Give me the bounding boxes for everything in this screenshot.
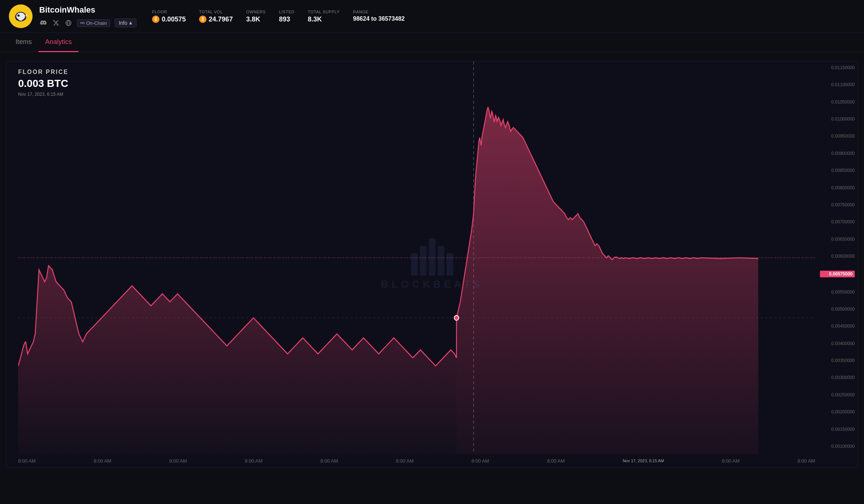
y-label-15: 0.00450000	[820, 324, 855, 329]
y-label-11: 0.00650000	[820, 237, 855, 242]
stats-section: FLOOR ₿ 0.00575 TOTAL VOL ₿ 24.7967 OWNE…	[152, 10, 405, 23]
x-label-9: 8:00 AM	[722, 458, 740, 464]
chart-svg-area	[18, 61, 815, 454]
listed-value: 893	[279, 16, 295, 23]
y-label-current: 0.00575000	[820, 271, 855, 277]
discord-icon[interactable]	[39, 19, 47, 27]
total-supply-label: TOTAL SUPPLY	[308, 10, 340, 14]
info-button[interactable]: Info	[115, 18, 137, 27]
stat-owners: OWNERS 3.8K	[246, 10, 266, 23]
floor-number: 0.00575	[162, 16, 186, 23]
y-label-7: 0.00850000	[820, 168, 855, 173]
x-label-cursor: Nov 17, 2023, 6:15 AM	[623, 459, 664, 463]
listed-label: LISTED	[279, 10, 295, 14]
x-label-4: 8:00 AM	[245, 458, 263, 464]
y-label-12: 0.00600000	[820, 254, 855, 259]
y-axis: 0.01150000 0.01100000 0.01050000 0.01000…	[817, 61, 858, 453]
chart-current-value: 0.003 BTC	[18, 78, 68, 89]
y-label-16: 0.00400000	[820, 341, 855, 346]
svg-point-0	[17, 14, 20, 17]
chart-header: FLOOR PRICE 0.003 BTC Nov 17, 2023, 6:15…	[18, 69, 68, 97]
nav-tabs: Items Analytics	[0, 33, 864, 52]
y-label-20: 0.00200000	[820, 409, 855, 415]
total-vol-value: ₿ 24.7967	[199, 16, 233, 23]
y-label-4: 0.01000000	[820, 116, 855, 122]
y-label-22: 0.00100000	[820, 444, 855, 449]
y-label-6: 0.00900000	[820, 151, 855, 156]
stat-total-supply: TOTAL SUPPLY 8.3K	[308, 10, 340, 23]
info-label: Info	[119, 20, 127, 26]
x-label-5: 8:00 AM	[320, 458, 338, 464]
website-icon[interactable]	[64, 19, 73, 27]
y-label-13: 0.00550000	[820, 290, 855, 295]
twitter-icon[interactable]	[52, 19, 60, 27]
y-label-9: 0.00750000	[820, 202, 855, 207]
owners-label: OWNERS	[246, 10, 266, 14]
tab-analytics[interactable]: Analytics	[38, 33, 78, 52]
total-vol-label: TOTAL VOL	[199, 10, 233, 14]
svg-point-8	[454, 315, 459, 320]
svg-rect-3	[83, 22, 84, 24]
y-label-21: 0.00150000	[820, 427, 855, 432]
stat-floor: FLOOR ₿ 0.00575	[152, 10, 186, 23]
social-icons-bar: On-Chain Info	[39, 18, 137, 27]
btc-icon-vol: ₿	[199, 16, 206, 23]
header: BitcoinWhales On-Chain Info	[0, 0, 864, 33]
floor-value: ₿ 0.00575	[152, 16, 186, 23]
y-label-14: 0.00500000	[820, 307, 855, 312]
x-label-1: 8:00 AM	[18, 458, 36, 464]
floor-label: FLOOR	[152, 10, 186, 14]
y-label-10: 0.00700000	[820, 219, 855, 224]
owners-value: 3.8K	[246, 16, 266, 23]
y-label-17: 0.00350000	[820, 358, 855, 363]
x-label-6: 8:00 AM	[396, 458, 414, 464]
x-axis: 8:00 AM 8:00 AM 8:00 AM 8:00 AM 8:00 AM …	[18, 454, 815, 467]
y-label-1: 0.01150000	[820, 65, 855, 70]
range-value: 98624 to 36573482	[353, 16, 405, 22]
svg-rect-2	[81, 22, 82, 24]
x-label-10: 8:00 AM	[797, 458, 815, 464]
x-label-8: 8:00 AM	[547, 458, 565, 464]
x-label-2: 8:00 AM	[94, 458, 111, 464]
stat-range: RANGE 98624 to 36573482	[353, 10, 405, 23]
stat-listed: LISTED 893	[279, 10, 295, 23]
btc-icon-floor: ₿	[152, 16, 159, 23]
x-label-3: 8:00 AM	[169, 458, 187, 464]
total-vol-number: 24.7967	[209, 16, 233, 23]
y-label-8: 0.00800000	[820, 185, 855, 190]
collection-avatar	[9, 4, 33, 28]
x-label-7: 8:00 AM	[471, 458, 489, 464]
y-label-3: 0.01050000	[820, 99, 855, 105]
y-label-2: 0.01100000	[820, 82, 855, 87]
collection-name: BitcoinWhales	[39, 5, 137, 15]
y-label-19: 0.00250000	[820, 392, 855, 398]
y-label-18: 0.00300000	[820, 375, 855, 380]
chart-current-date: Nov 17, 2023, 6:15 AM	[18, 92, 68, 97]
on-chain-label: On-Chain	[86, 20, 107, 26]
stat-total-vol: TOTAL VOL ₿ 24.7967	[199, 10, 233, 23]
y-label-5: 0.00950000	[820, 133, 855, 139]
tab-items[interactable]: Items	[9, 33, 38, 52]
on-chain-badge[interactable]: On-Chain	[77, 19, 110, 27]
range-label: RANGE	[353, 10, 405, 14]
chart-title: FLOOR PRICE	[18, 69, 68, 75]
total-supply-value: 8.3K	[308, 16, 340, 23]
chart-container: FLOOR PRICE 0.003 BTC Nov 17, 2023, 6:15…	[6, 61, 858, 468]
